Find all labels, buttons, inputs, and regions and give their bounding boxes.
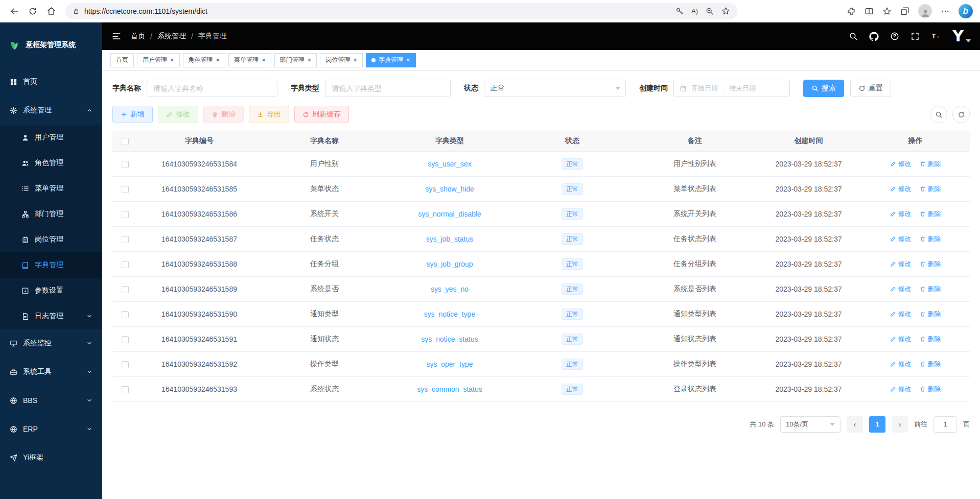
user-avatar-menu[interactable]: Y [952,29,971,44]
tab-role-management[interactable]: 角色管理× [183,53,226,67]
row-delete-button[interactable]: 删除 [920,360,941,369]
sidebar-item-dept-management[interactable]: 部门管理 [0,201,102,227]
sidebar-item-menu-management[interactable]: 菜单管理 [0,176,102,201]
tab-user-management[interactable]: 用户管理× [137,53,180,67]
tab-home[interactable]: 首页 [110,53,134,67]
row-checkbox[interactable] [122,161,129,168]
tab-post-management[interactable]: 岗位管理× [320,53,363,67]
row-delete-button[interactable]: 删除 [920,385,941,394]
dict-type-link[interactable]: sys_notice_type [424,310,475,318]
row-edit-button[interactable]: 修改 [890,335,912,344]
app-logo[interactable]: 意框架管理系统 [0,22,102,67]
row-checkbox[interactable] [122,211,129,218]
dict-type-link[interactable]: sys_job_group [426,260,473,268]
reset-button[interactable]: 重置 [850,80,891,97]
add-button[interactable]: 新增 [112,106,153,123]
address-bar[interactable]: https://ccnetcore.com:1101/system/dict A… [65,3,737,19]
browser-back-button[interactable] [5,2,24,20]
sidebar-item-param-settings[interactable]: 参数设置 [0,278,102,303]
font-size-button[interactable]: TT [931,32,941,41]
breadcrumb-item-home[interactable]: 首页 [131,32,145,41]
dict-type-link[interactable]: sys_yes_no [431,285,469,293]
row-delete-button[interactable]: 删除 [920,159,941,169]
row-checkbox[interactable] [122,336,129,343]
next-page-button[interactable]: › [892,416,908,433]
dict-type-link[interactable]: sys_normal_disable [418,210,481,218]
sidebar-item-system-tools[interactable]: 系统工具 [0,358,102,386]
sidebar-item-erp[interactable]: ERP [0,415,102,443]
dict-name-input[interactable] [147,80,277,97]
fullscreen-button[interactable] [911,32,920,41]
row-edit-button[interactable]: 修改 [890,209,912,219]
sidebar-item-user-management[interactable]: 用户管理 [0,125,102,150]
row-edit-button[interactable]: 修改 [890,310,912,319]
page-number-button[interactable]: 1 [869,416,885,433]
row-edit-button[interactable]: 修改 [890,184,912,194]
refresh-table-button[interactable] [952,106,970,123]
extensions-icon[interactable] [847,7,856,16]
dict-type-link[interactable]: sys_notice_status [421,335,478,343]
row-edit-button[interactable]: 修改 [890,234,912,244]
sidebar-item-dict-management[interactable]: 字典管理 [0,252,102,278]
sidebar-item-post-management[interactable]: 岗位管理 [0,227,102,252]
dict-type-link[interactable]: sys_job_status [426,235,474,243]
tab-dict-management[interactable]: 字典管理× [366,53,416,67]
github-link-button[interactable] [869,32,879,41]
status-select[interactable]: 正常 [484,80,626,97]
breadcrumb-item-system[interactable]: 系统管理 [157,32,186,41]
dict-type-input[interactable] [325,80,451,97]
close-icon[interactable]: × [308,57,312,63]
search-button[interactable]: 搜索 [803,80,844,97]
delete-button[interactable]: 删除 [203,106,244,123]
help-button[interactable] [890,32,899,41]
favorites-bar-icon[interactable] [882,7,892,16]
dict-type-link[interactable]: sys_user_sex [428,160,472,168]
profile-avatar[interactable] [918,4,932,18]
row-edit-button[interactable]: 修改 [890,385,912,394]
row-edit-button[interactable]: 修改 [890,259,912,269]
sidebar-toggle-button[interactable] [111,31,122,41]
toggle-search-button[interactable] [930,106,947,123]
row-delete-button[interactable]: 删除 [920,284,941,294]
browser-refresh-button[interactable] [24,2,42,20]
collections-icon[interactable] [900,7,909,16]
password-key-icon[interactable] [675,7,684,15]
dict-type-link[interactable]: sys_show_hide [425,185,474,193]
refresh-cache-button[interactable]: 刷新缓存 [294,106,349,123]
row-delete-button[interactable]: 删除 [920,335,941,344]
row-checkbox[interactable] [122,386,129,393]
row-delete-button[interactable]: 删除 [920,310,941,319]
row-edit-button[interactable]: 修改 [890,284,912,294]
close-icon[interactable]: × [353,57,357,63]
sidebar-item-system-monitor[interactable]: 系统监控 [0,329,102,358]
dict-type-link[interactable]: sys_common_status [417,385,482,393]
header-search-button[interactable] [849,32,858,41]
more-options-icon[interactable] [941,7,950,16]
tab-dept-management[interactable]: 部门管理× [274,53,317,67]
edit-button[interactable]: 修改 [158,106,198,123]
close-icon[interactable]: × [170,57,174,63]
split-screen-icon[interactable] [865,7,874,16]
sidebar-item-system-management[interactable]: 系统管理 [0,96,102,125]
sidebar-item-home[interactable]: 首页 [0,67,102,96]
bing-copilot-icon[interactable]: b [959,4,973,18]
close-icon[interactable]: × [406,57,410,63]
sidebar-item-yi-framework[interactable]: Yi框架 [0,443,102,472]
tab-menu-management[interactable]: 菜单管理× [228,53,271,67]
row-edit-button[interactable]: 修改 [890,360,912,369]
row-checkbox[interactable] [122,286,129,293]
close-icon[interactable]: × [262,57,266,63]
favorites-add-icon[interactable] [721,7,730,15]
row-checkbox[interactable] [122,261,129,268]
zoom-icon[interactable] [706,7,714,15]
read-aloud-icon[interactable]: A) [691,7,698,15]
row-checkbox[interactable] [122,186,129,193]
row-delete-button[interactable]: 删除 [920,209,941,219]
row-delete-button[interactable]: 删除 [920,234,941,244]
page-size-select[interactable]: 10条/页 [780,416,841,433]
close-icon[interactable]: × [216,57,220,63]
row-checkbox[interactable] [122,361,129,368]
browser-home-button[interactable] [42,2,60,20]
row-edit-button[interactable]: 修改 [890,159,912,169]
sidebar-item-role-management[interactable]: 角色管理 [0,150,102,176]
